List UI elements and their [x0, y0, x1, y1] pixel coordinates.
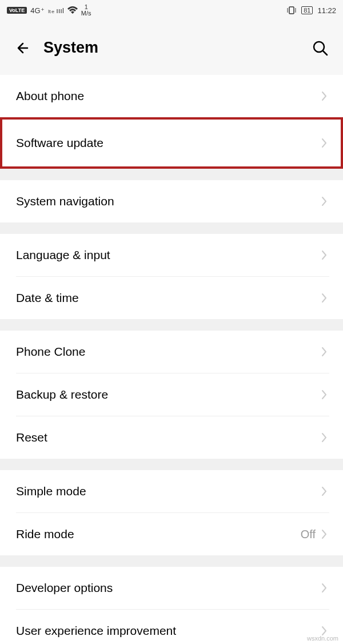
- watermark: wsxdn.com: [307, 635, 338, 642]
- item-label: Backup & restore: [16, 388, 321, 401]
- settings-group: About phoneSoftware update: [0, 75, 343, 169]
- page-header: System: [0, 21, 343, 75]
- volte-indicator: VoLTE: [7, 7, 27, 14]
- settings-group: Simple modeRide modeOff: [0, 470, 343, 555]
- status-right: 81 11:22: [286, 6, 336, 15]
- item-label: Ride mode: [16, 527, 301, 541]
- back-button[interactable]: [14, 39, 32, 57]
- network-indicator: 4G⁺: [30, 6, 44, 15]
- item-label: Software update: [16, 136, 321, 150]
- search-icon: [312, 40, 328, 56]
- group-separator: [0, 459, 343, 470]
- settings-item-phone-clone[interactable]: Phone Clone: [0, 331, 343, 373]
- speed-indicator: 1 M/s: [81, 4, 91, 17]
- settings-group: Language & inputDate & time: [0, 234, 343, 319]
- settings-item-software-update[interactable]: Software update: [0, 117, 343, 169]
- settings-item-ride-mode[interactable]: Ride modeOff: [0, 513, 343, 555]
- chevron-right-icon: [321, 293, 327, 303]
- item-label: User experience improvement: [16, 624, 321, 638]
- item-label: Simple mode: [16, 484, 321, 498]
- chevron-right-icon: [321, 583, 327, 593]
- settings-item-about-phone[interactable]: About phone: [0, 75, 343, 117]
- back-arrow-icon: [15, 40, 31, 56]
- svg-line-4: [323, 51, 327, 55]
- settings-item-developer-options[interactable]: Developer options: [0, 567, 343, 609]
- settings-item-user-experience-improvement[interactable]: User experience improvement: [0, 610, 343, 644]
- chevron-right-icon: [321, 432, 327, 443]
- item-label: Reset: [16, 431, 321, 444]
- status-bar: VoLTE 4G⁺ ₗₜₑ ıııl 1 M/s 81 11:22: [0, 0, 343, 21]
- chevron-right-icon: [321, 389, 327, 400]
- page-title: System: [43, 39, 311, 57]
- signal-icon: ₗₜₑ ıııl: [48, 6, 64, 15]
- chevron-right-icon: [321, 529, 327, 539]
- settings-group: Developer optionsUser experience improve…: [0, 567, 343, 644]
- settings-item-language-input[interactable]: Language & input: [0, 234, 343, 276]
- chevron-right-icon: [321, 138, 327, 148]
- search-button[interactable]: [311, 39, 329, 57]
- settings-list: About phoneSoftware updateSystem navigat…: [0, 75, 343, 644]
- item-value: Off: [301, 528, 316, 541]
- group-separator: [0, 319, 343, 331]
- settings-item-reset[interactable]: Reset: [0, 416, 343, 459]
- group-separator: [0, 222, 343, 234]
- chevron-right-icon: [321, 250, 327, 260]
- wifi-icon: [67, 6, 78, 14]
- settings-group: System navigation: [0, 180, 343, 222]
- item-label: System navigation: [16, 194, 321, 208]
- clock: 11:22: [317, 6, 336, 15]
- settings-group: Phone CloneBackup & restoreReset: [0, 331, 343, 459]
- svg-rect-0: [289, 7, 294, 14]
- item-label: Phone Clone: [16, 345, 321, 359]
- chevron-right-icon: [321, 486, 327, 496]
- item-label: About phone: [16, 89, 321, 103]
- group-separator: [0, 555, 343, 567]
- item-label: Date & time: [16, 291, 321, 305]
- chevron-right-icon: [321, 347, 327, 357]
- settings-item-system-navigation[interactable]: System navigation: [0, 180, 343, 222]
- chevron-right-icon: [321, 91, 327, 101]
- item-label: Developer options: [16, 581, 321, 595]
- battery-indicator: 81: [301, 6, 313, 14]
- settings-item-simple-mode[interactable]: Simple mode: [0, 470, 343, 512]
- settings-item-backup-restore[interactable]: Backup & restore: [0, 373, 343, 416]
- status-left: VoLTE 4G⁺ ₗₜₑ ıııl 1 M/s: [7, 4, 91, 17]
- chevron-right-icon: [321, 196, 327, 206]
- group-separator: [0, 169, 343, 180]
- settings-item-date-time[interactable]: Date & time: [0, 277, 343, 319]
- vibrate-icon: [286, 6, 297, 14]
- item-label: Language & input: [16, 248, 321, 262]
